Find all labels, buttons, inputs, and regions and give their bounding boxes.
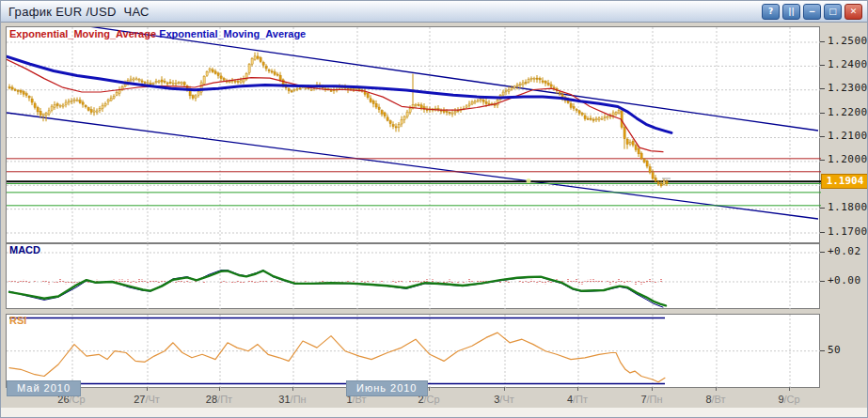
month-badge: Май 2010	[7, 380, 81, 396]
date-tick	[292, 387, 293, 391]
date-label: 9/Ср	[778, 394, 799, 405]
date-tick	[789, 387, 790, 391]
price-axis-label-tick	[820, 41, 825, 42]
date-label: 28/Пт	[206, 394, 232, 405]
price-axis-label-tick	[820, 208, 825, 209]
macd-axis-label-tick	[820, 281, 825, 282]
chart-window: График EUR /USD ЧАС ?||−□✕ Exponential_M…	[0, 0, 868, 418]
macd-label: MACD	[9, 244, 40, 255]
price-axis-label-tick	[820, 136, 825, 137]
macd-axis-label: +0.02	[828, 245, 861, 257]
rsi-axis-label: 50	[828, 344, 841, 356]
line-cross-highlight	[527, 178, 531, 183]
rsi-axis-label-tick	[820, 350, 825, 351]
gridlines	[7, 27, 821, 244]
date-tick	[429, 387, 430, 391]
date-tick	[577, 387, 578, 391]
price-axis-label-tick	[820, 232, 825, 233]
price-axis-label-tick	[820, 65, 825, 66]
macd-signal-line	[9, 271, 663, 308]
help-button[interactable]: ?	[762, 4, 780, 20]
date-tick	[147, 387, 148, 391]
minimize-button[interactable]: −	[803, 4, 821, 20]
date-label: 27/Чт	[134, 394, 160, 405]
month-badge: Июнь 2010	[346, 380, 428, 396]
date-tick	[716, 387, 717, 391]
rsi-label: RSI	[9, 315, 26, 326]
date-tick	[652, 387, 653, 391]
window-title: График EUR /USD ЧАС	[8, 5, 150, 19]
rsi-pane[interactable]: RSI	[6, 314, 820, 388]
price-axis-label: 1.2500	[828, 35, 868, 47]
date-label: 3/Чт	[494, 394, 514, 405]
date-label: 4/Пт	[567, 394, 588, 405]
candle-wicks	[9, 53, 667, 188]
trendline	[7, 113, 818, 219]
pause-button[interactable]: ||	[782, 4, 800, 20]
macd-axis-label: +0.00	[828, 274, 861, 286]
price-axis-label: 1.2400	[828, 58, 868, 70]
date-tick	[219, 387, 220, 391]
price-axis-label: 1.1800	[828, 201, 868, 213]
titlebar[interactable]: График EUR /USD ЧАС ?||−□✕	[1, 1, 867, 23]
price-axis-label-tick	[820, 160, 825, 161]
macd-axis-label-tick	[820, 252, 825, 253]
ema-legend-blue: Exponential_Moving_Average	[159, 28, 306, 39]
trend-channel	[7, 27, 818, 219]
price-axis-label: 1.2100	[828, 130, 868, 142]
date-label: 8/Вт	[705, 394, 725, 405]
macd-pane[interactable]: MACD	[6, 243, 820, 309]
indicator-legend: Exponential_Moving_Average Exponential_M…	[9, 28, 306, 39]
gridlines	[7, 315, 821, 389]
date-tick	[504, 387, 505, 391]
price-axis-label: 1.1700	[828, 225, 868, 238]
price-axis-label: 1.2200	[828, 106, 868, 118]
price-chart-pane[interactable]: Exponential_Moving_Average Exponential_M…	[6, 26, 820, 243]
price-axis-label-tick	[820, 88, 825, 89]
price-axis-label-tick	[820, 113, 825, 114]
date-label: 7/Пн	[640, 394, 662, 405]
ema-legend-red: Exponential_Moving_Average	[9, 28, 156, 39]
price-axis[interactable]: 1.1904 1.25001.24001.23001.22001.21001.2…	[820, 1, 868, 418]
rsi-line	[9, 333, 665, 382]
price-axis-label: 1.2000	[828, 153, 868, 165]
macd-main-line	[9, 271, 666, 305]
current-price-tag: 1.1904	[821, 174, 868, 189]
candles	[8, 56, 668, 186]
bottom-margin	[1, 408, 867, 418]
price-axis-label: 1.2300	[828, 82, 868, 94]
date-label: 31/Пн	[278, 394, 306, 405]
gridlines	[7, 244, 821, 310]
